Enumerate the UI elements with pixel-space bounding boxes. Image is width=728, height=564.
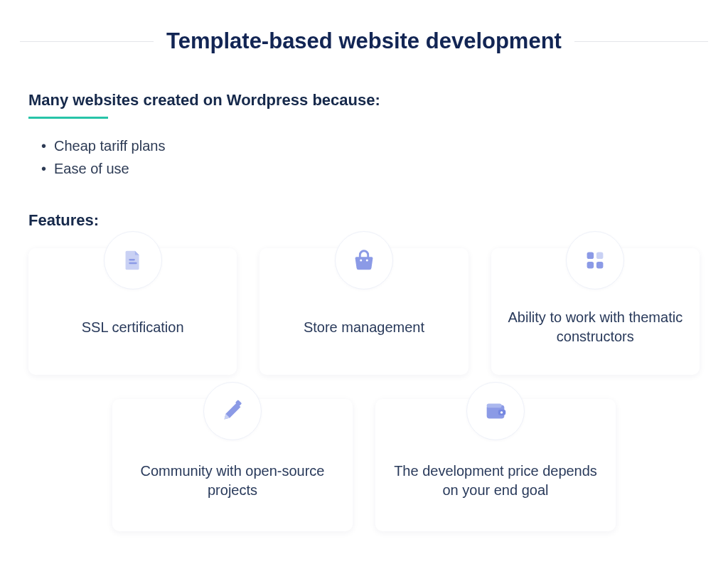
feature-card-label: Community with open-source projects (122, 462, 343, 500)
tiles-icon (566, 231, 624, 289)
title-row: Template-based website development (0, 0, 728, 54)
bag-icon (335, 231, 393, 289)
cards-row-2: Community with open-source projects The … (28, 399, 700, 531)
feature-card: The development price depends on your en… (375, 399, 616, 531)
feature-card-label: The development price depends on your en… (385, 462, 606, 500)
document-icon (104, 231, 162, 289)
feature-card-label: SSL certification (82, 318, 184, 337)
title-rule-right (574, 41, 708, 42)
page-title: Template-based website development (166, 28, 562, 54)
wallet-icon (466, 382, 525, 440)
cards-row-1: SSL certification Store management (28, 248, 700, 375)
feature-card: Store management (259, 248, 468, 375)
feature-card-label: Store management (304, 318, 424, 337)
feature-cards: SSL certification Store management (28, 248, 700, 531)
features-heading: Features: (28, 211, 700, 230)
svg-rect-0 (129, 259, 135, 260)
pencil-icon (203, 382, 262, 440)
accent-underline (28, 117, 108, 119)
svg-rect-4 (587, 252, 594, 260)
feature-card: SSL certification (28, 248, 237, 375)
svg-rect-10 (487, 404, 502, 408)
title-rule-left (20, 41, 154, 42)
intro-bullet-item: Ease of use (41, 157, 700, 180)
svg-rect-6 (587, 262, 594, 269)
feature-card: Ability to work with thematic constructo… (491, 248, 700, 375)
intro-heading: Many websites created on Wordpress becau… (28, 91, 380, 110)
content-area: Many websites created on Wordpress becau… (0, 54, 728, 531)
svg-point-3 (366, 259, 368, 261)
svg-point-2 (360, 259, 362, 261)
intro-bullet-item: Cheap tariff plans (41, 134, 700, 157)
intro-bullet-list: Cheap tariff plans Ease of use (28, 134, 700, 180)
feature-card: Community with open-source projects (112, 399, 353, 531)
svg-rect-1 (129, 262, 136, 264)
svg-point-12 (500, 411, 503, 413)
svg-rect-7 (596, 262, 604, 269)
svg-rect-5 (596, 252, 604, 260)
feature-card-label: Ability to work with thematic constructo… (501, 308, 690, 346)
